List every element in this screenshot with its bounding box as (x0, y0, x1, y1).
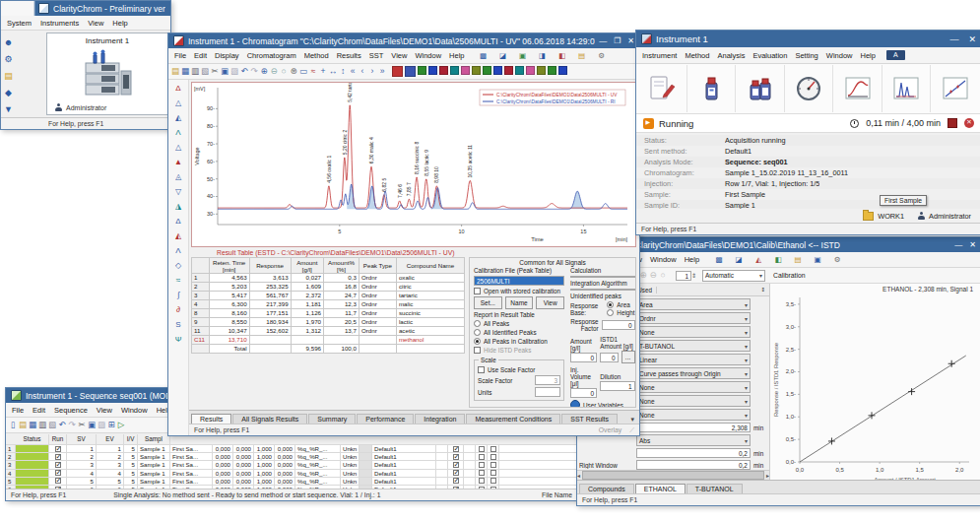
chromatogram-plot-frame[interactable]: 30-40-50-60-70-80-90-51015[mV]VoltageTim… (191, 82, 636, 247)
signal-color-square-11[interactable] (504, 66, 513, 75)
unzoom-icon[interactable]: ○ (279, 65, 289, 78)
use-scale-factor-checkbox[interactable] (478, 366, 485, 373)
signal-color-square-1[interactable] (392, 66, 403, 77)
sequence-checkbox[interactable] (55, 487, 61, 489)
calibration-file-input[interactable]: 2506MULTI (474, 276, 564, 286)
menu-item-view[interactable]: View (387, 51, 411, 60)
groups-icon[interactable]: ◇ (173, 259, 183, 272)
scale-factor-input[interactable]: 3 (535, 375, 560, 385)
overlay-mode-icon[interactable]: ◪ (494, 49, 512, 62)
baseline-tool-icon[interactable]: △ (173, 97, 183, 109)
result-row[interactable]: C1113,710methanol (192, 336, 465, 345)
smooth-icon[interactable]: S (173, 318, 183, 331)
sequence-checkbox[interactable] (55, 470, 61, 476)
result-table[interactable]: Reten. Time[min]ResponseAmount[g/l]Amoun… (191, 257, 465, 354)
more-tabs-icon[interactable]: ▾ (627, 416, 637, 424)
integration-algorithm-select[interactable]: 8.0 (570, 289, 635, 291)
tab-integration[interactable]: Integration (415, 414, 465, 424)
user-variables-icon[interactable] (570, 400, 580, 408)
menu-item-method[interactable]: Method (681, 51, 713, 60)
negative-peak-icon[interactable]: ▽ (173, 185, 183, 198)
menu-item-file[interactable]: File (170, 51, 190, 60)
all-peaks-in-calibration-radio[interactable] (474, 338, 481, 345)
preview-icon[interactable]: ▧ (200, 65, 210, 78)
tab-compounds[interactable]: Compounds (579, 484, 634, 493)
scroll-arrows-icon[interactable]: ⇕ (756, 287, 769, 293)
signal-color-square-4[interactable] (428, 66, 437, 75)
sequence-checkbox[interactable] (490, 462, 496, 468)
wave-icon[interactable]: ≈ (173, 274, 183, 287)
sequence-col-sampl[interactable]: Sampl (138, 434, 170, 444)
setting-input[interactable]: 0,2 (636, 448, 751, 458)
sequence-row[interactable]: 4445Sample 1First Sa...0,0000,0001,0000,… (6, 470, 577, 478)
sequence-table[interactable]: StatusRunSVEVI/VSampl1115Sample 1First S… (6, 433, 577, 489)
menu-item-sst[interactable]: SST (365, 51, 388, 60)
sequence-checkbox[interactable] (479, 462, 485, 468)
minimize-button[interactable]: — (954, 240, 962, 249)
shortcut-bar-icon[interactable]: A (886, 50, 905, 60)
sequence-checkbox[interactable] (479, 454, 485, 460)
minimize-button[interactable]: — (599, 36, 607, 45)
insert-row-icon[interactable]: ⊞ (106, 419, 116, 431)
curve-icon[interactable]: ∫ (173, 289, 183, 301)
setting-select[interactable]: Curve passes through Origin (636, 367, 751, 379)
workspace-indicator[interactable]: WORK1 (863, 212, 904, 221)
new-icon[interactable]: ▯ (8, 419, 18, 431)
single-analysis-button[interactable] (687, 65, 737, 112)
menu-item-window[interactable]: Window (117, 406, 152, 415)
archive-icon[interactable]: ▤ (4, 70, 14, 83)
print-icon[interactable]: ▥ (190, 65, 200, 78)
tab-performance[interactable]: Performance (357, 414, 414, 424)
move-icon[interactable]: ↔ (328, 65, 338, 78)
sequence-checkbox[interactable] (479, 446, 485, 452)
sequence-checkbox[interactable] (453, 446, 459, 452)
menu-item-chromatogram[interactable]: Chromatogram (243, 51, 300, 60)
user-variables-label[interactable]: User Variables (583, 402, 623, 409)
signal-color-square-9[interactable] (483, 66, 491, 75)
setting-select[interactable]: None (636, 395, 751, 407)
cut-icon[interactable]: ✂ (77, 419, 87, 431)
run-sequence-icon[interactable]: ▷ (116, 419, 126, 431)
overlay-icon[interactable]: ▩ (710, 253, 728, 266)
chromatogram-title-bar[interactable]: Instrument 1 - Chromatogram "C:\ClarityC… (168, 33, 639, 48)
signal-color-square-13[interactable] (526, 66, 535, 75)
sequence-checkbox[interactable] (55, 454, 61, 460)
sequence-checkbox[interactable] (490, 478, 496, 484)
sequence-button[interactable] (736, 65, 785, 112)
result-col-row[interactable] (192, 258, 210, 274)
setting-select[interactable]: Area (636, 298, 751, 310)
setting-select[interactable]: Linear (636, 354, 751, 365)
menu-item-edit[interactable]: Edit (29, 406, 49, 415)
area-radio[interactable] (607, 301, 614, 308)
method-setup-button[interactable] (638, 65, 687, 112)
setting-select[interactable]: None (636, 409, 751, 421)
valley-tool-icon[interactable]: ◭ (173, 111, 183, 124)
view-button[interactable]: View (536, 296, 564, 309)
sequence-col-status[interactable]: Status (16, 434, 49, 444)
chart-icon[interactable]: ▣ (809, 253, 826, 266)
units-input[interactable] (535, 387, 560, 397)
save-icon[interactable]: ▦ (28, 419, 37, 431)
fit-icon[interactable]: ↕ (338, 65, 348, 78)
export-icon[interactable]: ▤ (573, 49, 591, 62)
config-icon[interactable]: ⚙ (4, 53, 14, 66)
sequence-checkbox[interactable] (490, 446, 496, 452)
result-row[interactable]: 1110,347152,6021,31213,7Ordnracetic (192, 327, 465, 336)
open-icon[interactable]: ▤ (170, 65, 180, 78)
signal-color-square-3[interactable] (418, 66, 426, 75)
calibration-button[interactable] (931, 65, 979, 112)
add-peak-icon[interactable]: + (318, 65, 328, 78)
minimize-button[interactable]: — (949, 34, 958, 44)
peak-start-icon[interactable]: Λ (173, 126, 183, 139)
sequence-col-sv[interactable]: SV (67, 434, 97, 444)
result-col-response[interactable]: Response (249, 258, 291, 274)
all-identified-peaks-radio[interactable] (474, 329, 481, 336)
sequence-row[interactable]: 5555Sample 1First Sa...0,0000,0001,0000,… (6, 478, 577, 486)
result-row[interactable]: Total9,596100,0 (192, 345, 465, 354)
calibration-curve-plot[interactable]: 0,0-0,5-1,0-1,5-2,0-2,5-3,0-3,5-0,00,51,… (770, 284, 979, 480)
istd-more-button[interactable]: ... (621, 351, 635, 363)
redo-icon[interactable]: ↷ (249, 65, 259, 78)
last-chromatogram-icon[interactable]: » (377, 65, 387, 78)
inj-volume-input[interactable]: 0 (570, 388, 597, 398)
all-peaks-radio[interactable] (474, 320, 481, 327)
